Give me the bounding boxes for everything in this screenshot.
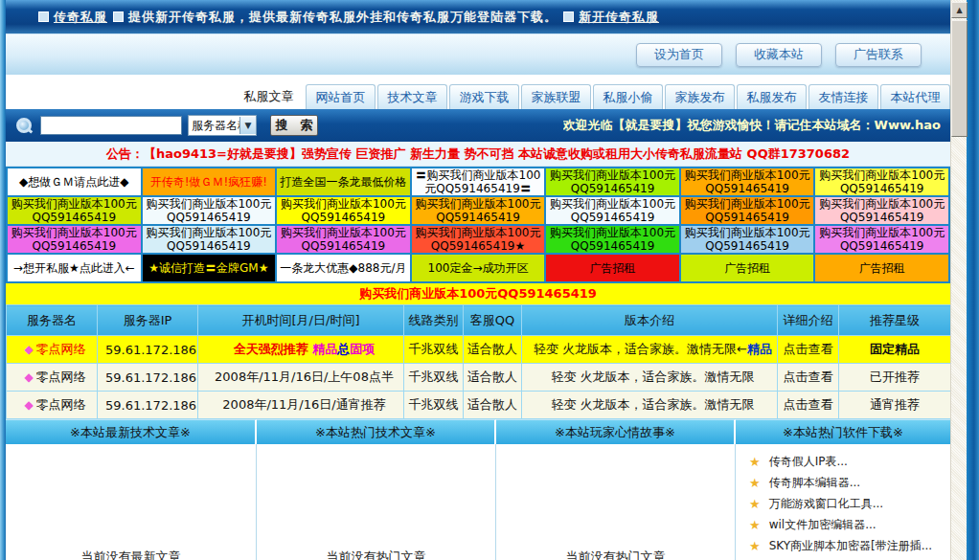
window-right-border: [967, 0, 979, 560]
server-ip-cell: 59.61.172.186: [98, 392, 198, 419]
ad-cell-14[interactable]: 购买我们商业版本100元QQ591465419: [8, 226, 141, 253]
open-time-cell: 2008年/11月/16日/通宵推荐: [198, 392, 404, 419]
ad-cell-9[interactable]: 购买我们商业版本100元QQ591465419: [277, 197, 410, 224]
detail-link[interactable]: 点击查看: [778, 336, 839, 364]
ad-cell-8[interactable]: 购买我们商业版本100元QQ591465419: [143, 197, 276, 224]
announcement-bar: 公告：【hao9413=好就是要搜】强势宣传 巨资推广 新生力量 势不可挡 本站…: [6, 142, 950, 167]
download-item-0[interactable]: ★传奇假人IP表...: [749, 451, 950, 472]
ad-cell-7[interactable]: 购买我们商业版本100元QQ591465419: [8, 197, 141, 224]
ad-cell-17[interactable]: 购买我们商业版本100元QQ591465419★: [412, 226, 545, 253]
scroll-up-icon[interactable]: ▲: [951, 2, 968, 18]
ad-cell-13[interactable]: 购买我们商业版本100元QQ591465419: [815, 197, 948, 224]
server-name-cell[interactable]: ◆零点网络: [7, 364, 98, 392]
section-header-hot-downloads: ※本站热门软件下载※: [736, 419, 950, 444]
ad-cell-22[interactable]: ★诚信打造〓金牌GM★: [143, 255, 276, 281]
ad-cell-26[interactable]: 广告招租: [681, 255, 814, 281]
star-level-cell: 已开推荐: [839, 364, 951, 392]
ad-cell-5[interactable]: 购买我们商业版本100元QQ591465419: [681, 168, 814, 195]
chevron-down-icon[interactable]: ▼: [239, 117, 256, 134]
ad-cell-3[interactable]: 〓购买我们商业版本100元QQ591465419〓: [412, 168, 545, 195]
ad-cell-10[interactable]: 购买我们商业版本100元QQ591465419: [412, 197, 545, 224]
table-row: ◆零点网络 59.61.172.186 2008年/11月/16日/通宵推荐 千…: [7, 392, 951, 419]
download-item-1[interactable]: ★传奇脚本编辑器...: [749, 472, 950, 493]
star-icon: ★: [749, 518, 761, 532]
ad-cell-1[interactable]: 开传奇!做ＧＭ!疯狂赚!: [143, 168, 276, 195]
detail-link[interactable]: 点击查看: [778, 392, 839, 419]
legend-sifu-link[interactable]: 传奇私服: [54, 9, 107, 26]
quick-button-2[interactable]: 广告联系: [835, 43, 922, 67]
col-line-type: 线路类别: [404, 305, 464, 336]
download-item-4[interactable]: ★SKY商业脚本加密器[带注册插...: [749, 535, 950, 556]
download-item-3[interactable]: ★wil文件加密编辑器...: [749, 514, 950, 535]
server-name-cell[interactable]: ◆零点网络: [7, 336, 98, 364]
search-input[interactable]: [40, 116, 182, 135]
browser-page: 传奇私服 提供新开传奇私服，提供最新传奇私服外挂和传奇私服万能登陆器下载。 新开…: [0, 0, 979, 560]
nav-tabs: 私服文章网站首页技术文章游戏下载家族联盟私服小偷家族发布私服发布友情连接本站代理: [6, 75, 950, 109]
ad-cell-24[interactable]: 100定金→成功开区: [412, 255, 545, 281]
ad-cell-27[interactable]: 广告招租: [815, 255, 948, 281]
window-left-border: [0, 0, 6, 560]
ad-cell-2[interactable]: 打造全国一条龙最低价格: [277, 168, 410, 195]
detail-link[interactable]: 点击查看: [778, 364, 839, 392]
server-table-header: 服务器名 服务器IP 开机时间[月/日/时间] 线路类别 客服QQ 版本介绍 详…: [7, 305, 951, 336]
gem-icon: ◆: [24, 398, 33, 412]
section-header-player-stories: ※本站玩家心情故事※: [496, 419, 736, 444]
server-ip-cell: 59.61.172.186: [98, 336, 198, 364]
download-item-2[interactable]: ★万能游戏窗口化工具...: [749, 493, 950, 514]
nav-tab-7[interactable]: 私服发布: [737, 84, 807, 109]
nav-tab-1[interactable]: 网站首页: [306, 84, 376, 109]
server-name-cell[interactable]: ◆零点网络: [7, 392, 98, 419]
ad-cell-16[interactable]: 购买我们商业版本100元QQ591465419: [277, 226, 410, 253]
ad-cell-4[interactable]: 购买我们商业版本100元QQ591465419: [546, 168, 679, 195]
nav-tab-2[interactable]: 技术文章: [377, 84, 447, 109]
search-type-select[interactable]: 服务器名称 ▼: [188, 115, 257, 136]
line-type-cell: 千兆双线: [404, 364, 464, 392]
scrollbar-thumb[interactable]: [951, 20, 968, 137]
open-time-cell: 全天强烈推荐 精品总固项: [198, 336, 404, 364]
ad-cell-19[interactable]: 购买我们商业版本100元QQ591465419: [681, 226, 814, 253]
version-intro-cell: 轻变 火龙版本，适合家族。激情无限: [522, 392, 778, 419]
ad-grid: ◆想做ＧＭ请点此进◆开传奇!做ＧＭ!疯狂赚!打造全国一条龙最低价格〓购买我们商业…: [6, 167, 950, 283]
ad-cell-23[interactable]: 一条龙大优惠◆888元/月: [277, 255, 410, 281]
nav-tab-0[interactable]: 私服文章: [234, 84, 304, 109]
new-sifu-link[interactable]: 新开传奇私服: [579, 9, 659, 26]
version-intro-cell: 轻变 火龙版本，适合家族。激情无限←精品: [522, 336, 778, 364]
promo-banner: 购买我们商业版本100元QQ591465419: [6, 283, 950, 304]
version-intro-cell: 轻变 火龙版本，适合家族。激情无限: [522, 364, 778, 392]
ad-cell-0[interactable]: ◆想做ＧＭ请点此进◆: [8, 168, 141, 195]
ad-cell-20[interactable]: 购买我们商业版本100元QQ591465419: [815, 226, 948, 253]
col-detail: 详细介绍: [778, 305, 839, 336]
bottom-panels: 当前没有最新文章 当前没有热门文章 当前没有热门文章 ★传奇假人IP表...★传…: [6, 444, 950, 560]
nav-tab-5[interactable]: 私服小偷: [593, 84, 663, 109]
nav-tab-3[interactable]: 游戏下载: [449, 84, 519, 109]
quick-button-0[interactable]: 设为首页: [636, 43, 722, 67]
col-open-time: 开机时间[月/日/时间]: [198, 305, 404, 336]
ad-cell-11[interactable]: 购买我们商业版本100元QQ591465419: [546, 197, 679, 224]
search-icon: [15, 117, 33, 134]
col-service-qq: 客服QQ: [464, 305, 522, 336]
server-ip-cell: 59.61.172.186: [98, 364, 198, 392]
quick-button-1[interactable]: 收藏本站: [736, 43, 822, 67]
download-item-label: 传奇脚本编辑器...: [769, 475, 860, 491]
ad-cell-6[interactable]: 购买我们商业版本100元QQ591465419: [815, 168, 948, 195]
nav-tab-4[interactable]: 家族联盟: [521, 84, 591, 109]
nav-tab-8[interactable]: 友情连接: [808, 84, 878, 109]
service-qq-cell: 适合散人: [464, 392, 522, 419]
select-value: 服务器名称: [189, 118, 239, 134]
search-button[interactable]: 搜 索: [270, 115, 318, 136]
open-time-cell: 2008年/11月/16日/上午08点半: [198, 364, 404, 392]
gem-icon: ◆: [24, 343, 33, 356]
empty-message: 当前没有最新文章: [6, 549, 256, 560]
star-icon: ★: [749, 497, 761, 511]
ad-cell-18[interactable]: 购买我们商业版本100元QQ591465419: [546, 226, 679, 253]
nav-tab-9[interactable]: 本站代理: [880, 84, 950, 109]
ad-cell-21[interactable]: →想开私服★点此进入←: [8, 255, 141, 281]
ad-cell-12[interactable]: 购买我们商业版本100元QQ591465419: [681, 197, 814, 224]
download-list: ★传奇假人IP表...★传奇脚本编辑器...★万能游戏窗口化工具...★wil文…: [736, 444, 950, 560]
scrollbar[interactable]: ▲: [950, 0, 967, 560]
download-item-5[interactable]: ★传奇合区工具 4.0免费版: [749, 556, 950, 560]
ad-cell-25[interactable]: 广告招租: [546, 255, 679, 281]
ad-cell-15[interactable]: 购买我们商业版本100元QQ591465419: [143, 226, 276, 253]
nav-tab-6[interactable]: 家族发布: [665, 84, 735, 109]
line-type-cell: 千兆双线: [404, 336, 464, 364]
